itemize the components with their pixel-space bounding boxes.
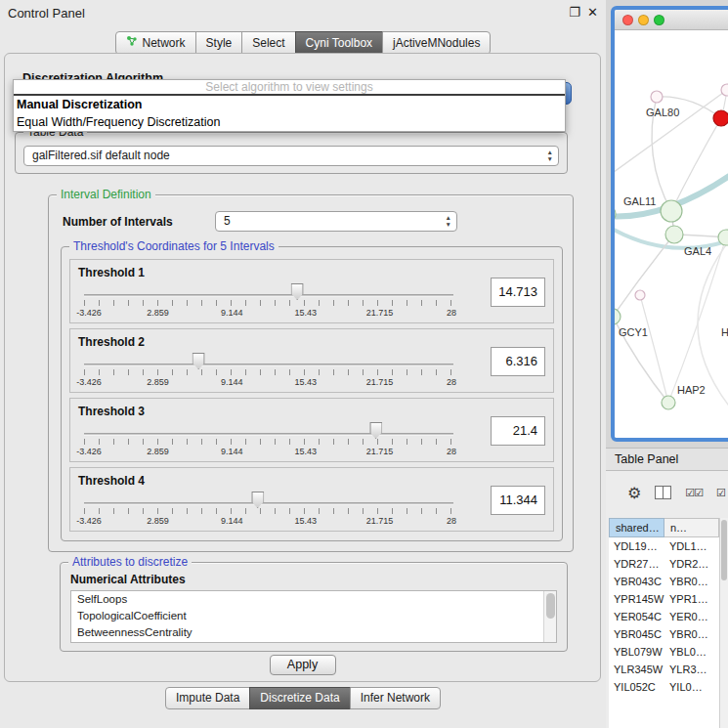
threshold-4-value-field[interactable]: 11.344	[491, 486, 545, 515]
tab-impute-data[interactable]: Impute Data	[165, 687, 250, 709]
slider-thumb[interactable]	[291, 283, 304, 300]
threshold-4-slider[interactable]: -3.4262.8599.14415.4321.71528	[84, 492, 453, 531]
table-row[interactable]: YIL052CYIL0…	[609, 678, 719, 696]
table-cell[interactable]: YPR1…	[664, 590, 719, 608]
scale-label: 2.859	[147, 516, 169, 526]
slider-thumb[interactable]	[251, 492, 264, 508]
network-edge[interactable]	[615, 235, 674, 317]
interval-definition-legend: Interval Definition	[57, 188, 155, 201]
table-cell[interactable]: YER0…	[664, 608, 719, 625]
slider-thumb[interactable]	[369, 422, 382, 439]
threshold-2-slider[interactable]: -3.4262.8599.14415.4321.71528	[84, 353, 453, 392]
traffic-close-button[interactable]	[622, 15, 633, 25]
checkbox-icon-2[interactable]: ☑	[716, 487, 725, 499]
network-node-hap2[interactable]	[662, 396, 675, 409]
attribute-item-betweennesscentrality[interactable]: BetweennessCentrality	[71, 624, 556, 641]
table-cell[interactable]: YIL0…	[664, 678, 719, 696]
right-pane: GAL80GAL11GAL4GCY1HAP2H… Table Panel ⚙ ☑…	[606, 0, 728, 728]
table-cell[interactable]: YBR043C	[609, 573, 664, 590]
control-panel: Control Panel ❐ ✕ NetworkStyleSelectCyni…	[0, 0, 606, 728]
attribute-item-topologicalcoefficient[interactable]: TopologicalCoefficient	[71, 608, 556, 624]
network-node[interactable]	[635, 290, 645, 300]
close-window-icon[interactable]: ✕	[587, 5, 598, 20]
table-cell[interactable]: YDR2…	[664, 555, 719, 573]
table-row[interactable]: YDL19…YDL1…	[609, 537, 719, 555]
table-cell[interactable]: YBL0…	[664, 643, 719, 661]
table-cell[interactable]: YBL079W	[609, 643, 664, 661]
network-node-gcy1[interactable]	[615, 309, 621, 324]
network-canvas[interactable]: GAL80GAL11GAL4GCY1HAP2H…	[615, 30, 728, 438]
slider-scale-labels: -3.4262.8599.14415.4321.71528	[84, 447, 453, 457]
settings-gear-icon[interactable]: ⚙	[627, 484, 641, 502]
tab-infer-network[interactable]: Infer Network	[350, 687, 441, 709]
table-cell[interactable]: YER054C	[609, 608, 664, 625]
table-cell[interactable]: YBR0…	[664, 625, 719, 643]
tab-style[interactable]: Style	[195, 31, 243, 55]
table-row[interactable]: YPR145WYPR1…	[609, 590, 719, 608]
table-cell[interactable]: YPR145W	[609, 590, 664, 608]
network-node[interactable]	[721, 84, 728, 96]
columns-icon[interactable]	[655, 486, 671, 499]
control-panel-titlebar: Control Panel ❐ ✕	[0, 0, 606, 25]
threshold-3-value-field[interactable]: 21.4	[491, 416, 545, 446]
tab-cyni-toolbox[interactable]: Cyni Toolbox	[295, 31, 383, 55]
network-node-gal11[interactable]	[615, 205, 616, 223]
table-cell[interactable]: YLR3…	[664, 661, 719, 678]
table-row[interactable]: YER054CYER0…	[609, 608, 719, 625]
table-cell[interactable]: YDL19…	[609, 537, 664, 555]
network-window-titlebar[interactable]	[615, 10, 728, 30]
threshold-1-slider[interactable]: -3.4262.8599.14415.4321.71528	[84, 283, 453, 322]
table-row[interactable]: YLR345WYLR3…	[609, 661, 719, 678]
network-node-gal80[interactable]	[651, 91, 663, 103]
table-cell[interactable]: YDR27…	[609, 555, 664, 573]
network-node[interactable]	[718, 230, 728, 245]
scale-label: 9.144	[221, 447, 243, 456]
apply-button[interactable]: Apply	[270, 655, 336, 675]
table-data-combobox[interactable]: galFiltered.sif default node ▲▼	[23, 146, 559, 166]
table-row[interactable]: YBL079WYBL0…	[609, 643, 719, 661]
column-header-1[interactable]: n…	[664, 518, 719, 537]
algorithm-placeholder: Select algorithm to view settings	[14, 80, 565, 96]
attributes-group: Attributes to discretize Numerical Attri…	[60, 562, 568, 652]
threshold-2-value-field[interactable]: 6.316	[491, 347, 545, 376]
tab-discretize-data[interactable]: Discretize Data	[249, 687, 350, 709]
table-cell[interactable]: YBR045C	[609, 625, 664, 643]
network-edge[interactable]	[640, 295, 668, 403]
scrollbar-thumb[interactable]	[721, 520, 727, 580]
numerical-attributes-list[interactable]: SelfLoopsTopologicalCoefficientBetweenne…	[70, 590, 557, 643]
table-row[interactable]: YBR045CYBR0…	[609, 625, 719, 643]
algorithm-option-manual-discretization[interactable]: Manual Discretization	[14, 96, 565, 113]
threshold-3-slider[interactable]: -3.4262.8599.14415.4321.71528	[84, 422, 453, 461]
thresholds-group: Threshold's Coordinates for 5 Intervals …	[61, 246, 563, 541]
tab-select[interactable]: Select	[241, 31, 295, 55]
float-window-icon[interactable]: ❐	[569, 5, 580, 20]
table-scrollbar[interactable]	[719, 518, 728, 728]
checkbox-icon-1[interactable]: ☑☑	[685, 487, 703, 499]
slider-thumb[interactable]	[193, 353, 205, 369]
table-cell[interactable]: YLR345W	[609, 661, 664, 678]
traffic-zoom-button[interactable]	[654, 15, 664, 25]
traffic-minimize-button[interactable]	[638, 15, 649, 25]
table-cell[interactable]: YIL052C	[609, 678, 664, 696]
number-of-intervals-label: Number of Intervals	[63, 215, 173, 229]
number-of-intervals-combobox[interactable]: 5 ▲▼	[215, 211, 457, 232]
network-node[interactable]	[713, 110, 728, 126]
network-node-gal4[interactable]	[665, 226, 683, 243]
tab-jactivemnodules[interactable]: jActiveMNodules	[382, 31, 491, 55]
attributes-scrollbar[interactable]	[543, 591, 556, 642]
network-edge[interactable]	[615, 90, 727, 177]
table-row[interactable]: YDR27…YDR2…	[609, 555, 719, 573]
network-node[interactable]	[661, 200, 682, 222]
scrollbar-thumb[interactable]	[546, 593, 555, 619]
table-cell[interactable]: YBR0…	[664, 573, 719, 590]
network-canvas-area[interactable]: GAL80GAL11GAL4GCY1HAP2H…	[615, 30, 728, 438]
column-header-0[interactable]: shared…	[609, 518, 664, 537]
algorithm-option-equal-width-frequency-discretization[interactable]: Equal Width/Frequency Discretization	[14, 113, 565, 131]
table-cell[interactable]: YDL1…	[664, 537, 719, 555]
threshold-1-value-field[interactable]: 14.713	[491, 278, 545, 307]
scale-label: -3.426	[76, 516, 102, 526]
table-row[interactable]: YBR043CYBR0…	[609, 573, 719, 590]
tab-network[interactable]: Network	[115, 31, 196, 55]
tab-label: Select	[252, 36, 284, 50]
attribute-item-selfloops[interactable]: SelfLoops	[71, 591, 556, 608]
